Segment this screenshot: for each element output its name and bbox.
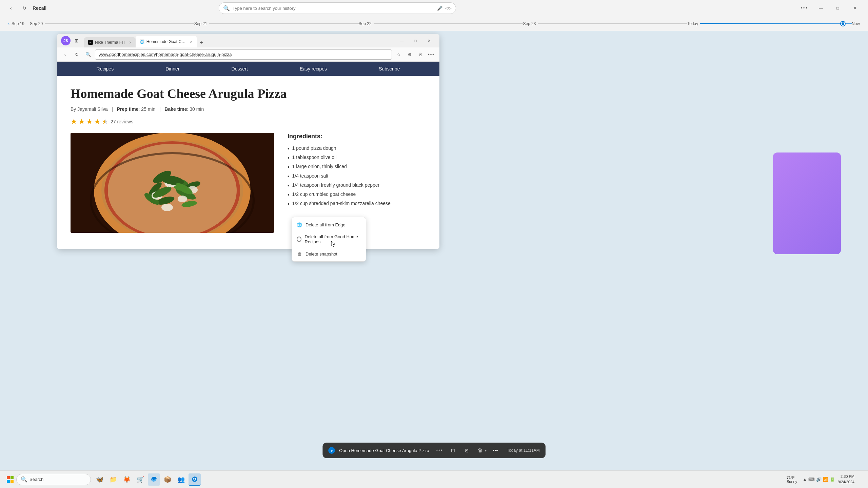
tray-arrow-icon[interactable]: ▲ [803,477,807,482]
prep-time-value: 25 min [141,106,155,112]
timeline-back-arrow[interactable]: ‹ [8,21,9,26]
snapshot-screen-button[interactable]: ⊡ [448,446,458,455]
context-menu-delete-snapshot[interactable]: 🗑 Delete snapshot [292,248,366,260]
context-menu-delete-edge[interactable]: 🌐 Delete all from Edge [292,219,366,231]
minimize-button[interactable]: — [813,3,829,14]
timeline-now-item: Now [852,21,860,26]
taskbar-right: 71°F Sunny ▲ ⌨ 🔊 📶 🔋 2:30 PM 9/24/2024 [787,472,864,487]
review-count: 27 reviews [111,119,133,124]
timeline-track-sep23 [538,23,687,24]
history-search-bar[interactable]: 🔍 🎤 </> [219,2,456,14]
system-tray: ▲ ⌨ 🔊 📶 🔋 [803,477,835,482]
app-refresh-button[interactable]: ↻ [19,3,30,14]
bookmark-icon[interactable]: ⊕ [405,50,414,59]
maximize-button[interactable]: □ [830,3,846,14]
browser-profile-icon[interactable]: JS [61,36,71,45]
addr-back-button[interactable]: ‹ [60,50,70,59]
more-button[interactable]: ••• [427,50,436,59]
battery-icon[interactable]: 🔋 [830,477,835,482]
address-bar-actions: ☆ ⊕ ⎘ ••• [394,50,436,59]
timeline-back[interactable]: ‹ Sep 19 [8,21,24,26]
timeline-track-sep22 [374,23,523,24]
share-icon[interactable]: ⎘ [416,50,425,59]
url-text: www.goodhomerecipies.com/homemade-goat-c… [99,52,232,57]
trash-dropdown-arrow[interactable]: ▾ [485,449,487,452]
new-tab-button[interactable]: + [197,38,206,47]
start-button[interactable] [4,473,16,486]
star-3: ★ [86,117,93,126]
taskbar-teams[interactable]: 👥 [175,473,187,486]
timeline-sep21: Sep 21 [194,21,207,26]
history-search-input[interactable] [233,6,434,11]
browser-tab-recipe[interactable]: 🌐 Homemade Goat Cheese Arugula Pizza ✕ [136,36,197,47]
site-nav-recipes[interactable]: Recipes [90,66,121,72]
close-button[interactable]: ✕ [847,3,863,14]
nike-tab-label: Nike Therma FIT [95,40,125,45]
addr-refresh-button[interactable]: ↻ [72,50,81,59]
snapshot-title: Open Homemade Goat Cheese Arugula Pizza [339,448,429,453]
recall-icon [191,475,198,483]
keyboard-icon[interactable]: ⌨ [808,477,815,482]
timeline-today-item: Today [687,21,852,26]
volume-icon[interactable]: 🔊 [816,477,822,482]
taskbar-files[interactable]: 📁 [107,473,119,486]
snapshot-delete-button[interactable]: 🗑 [475,446,485,455]
timeline-sep22: Sep 22 [359,21,372,26]
browser-titlebar: JS ⊞ ✓ Nike Therma FIT ✕ 🌐 Homemade Goat… [57,34,439,47]
ingredient-1: 1 pound pizza dough [288,144,426,153]
favorites-icon[interactable]: ☆ [394,50,403,59]
search-icon: 🔍 [223,5,230,12]
weather-widget[interactable]: 71°F Sunny [787,475,797,484]
recipe-tab-label: Homemade Goat Cheese Arugula Pizza [146,39,186,44]
snapshot-dots-button[interactable]: ••• [435,446,444,455]
addr-search-icon: 🔍 [83,50,93,59]
star-4: ★ [94,117,101,126]
site-nav-dessert[interactable]: Dessert [225,66,255,72]
svg-point-17 [178,196,187,202]
show-desktop-button[interactable] [857,472,864,487]
more-options-button[interactable]: • • • [796,3,812,14]
site-nav-dinner[interactable]: Dinner [159,66,186,72]
taskbar-widgets[interactable]: 🦋 [94,473,106,486]
browser-grid-button[interactable]: ⊞ [72,36,81,45]
mic-icon: 🎤 [437,6,442,11]
taskbar-recall-active[interactable] [189,473,201,486]
address-bar: ‹ ↻ 🔍 www.goodhomerecipies.com/homemade-… [57,47,439,62]
context-menu-delete-site[interactable]: Delete all from Good Home Recipes [292,231,366,248]
weather-temp: 71°F [787,475,794,480]
browser-maximize[interactable]: □ [409,36,422,45]
site-nav-subscribe[interactable]: Subscribe [372,66,407,72]
browser-close[interactable]: ✕ [422,36,435,45]
ingredient-4: 1/4 teaspoon salt [288,172,426,181]
taskbar-search-box[interactable]: 🔍 Search [16,474,91,485]
prep-time-label: Prep time [117,106,139,112]
browser-tab-nike[interactable]: ✓ Nike Therma FIT ✕ [84,37,136,47]
site-nav-easy-recipes[interactable]: Easy recipes [293,66,334,72]
taskbar-edge[interactable] [148,473,160,486]
site-navigation: Recipes Dinner Dessert Easy recipes Subs… [57,62,439,76]
app-back-button[interactable]: ‹ [5,3,16,14]
taskbar-firefox[interactable]: 🦊 [121,473,133,486]
network-icon[interactable]: 📶 [823,477,828,482]
browser-minimize[interactable]: — [395,36,408,45]
recipe-image [71,133,274,233]
taskbar-store[interactable]: 🛒 [134,473,146,486]
svg-rect-23 [7,476,10,479]
clock-time: 2:30 PM [841,474,854,479]
snapshot-copy-button[interactable]: ⎘ [462,446,471,455]
svg-rect-24 [11,476,14,479]
edge-icon: 🌐 [297,222,302,227]
star-1: ★ [71,117,77,126]
taskbar-clock[interactable]: 2:30 PM 9/24/2024 [838,474,854,485]
address-input[interactable]: www.goodhomerecipies.com/homemade-goat-c… [95,49,392,60]
taskbar-packages[interactable]: 📦 [161,473,174,486]
snapshot-more-button[interactable]: ••• [491,446,500,455]
ingredient-3: 1 large onion, thinly sliced [288,162,426,171]
timeline-sep19: Sep 19 [12,21,24,26]
recipe-tab-close[interactable]: ✕ [190,40,193,44]
timeline-today: Today [687,21,698,26]
decorative-shape [773,152,841,254]
snapshot-actions: ••• [435,446,444,455]
timeline-sep23: Sep 23 [523,21,536,26]
nike-tab-close[interactable]: ✕ [129,41,132,44]
